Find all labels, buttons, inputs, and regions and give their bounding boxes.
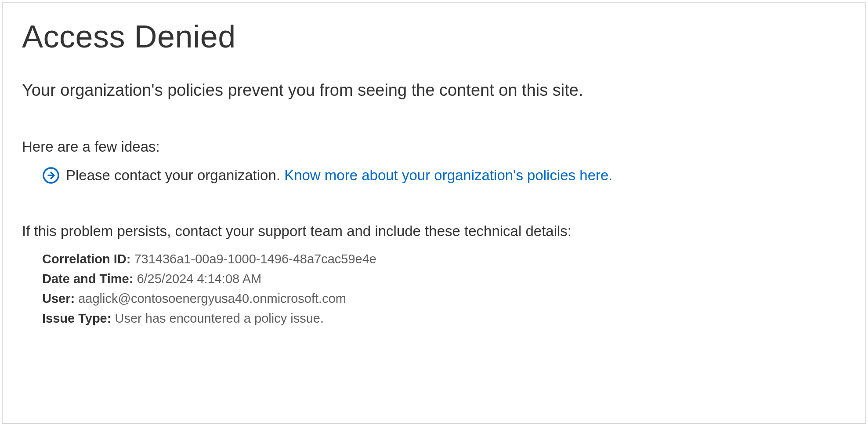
idea-row: Please contact your organization. Know m… bbox=[22, 167, 846, 184]
technical-details: Correlation ID: 731436a1-00a9-1000-1496-… bbox=[22, 249, 846, 328]
correlation-id-value: 731436a1-00a9-1000-1496-48a7cac59e4e bbox=[134, 252, 376, 266]
user-value: aaglick@contosoenergyusa40.onmicrosoft.c… bbox=[78, 291, 346, 306]
arrow-right-circle-icon bbox=[42, 167, 60, 184]
datetime-value: 6/25/2024 4:14:08 AM bbox=[137, 272, 261, 286]
datetime-row: Date and Time: 6/25/2024 4:14:08 AM bbox=[42, 269, 846, 289]
user-row: User: aaglick@contosoenergyusa40.onmicro… bbox=[42, 289, 846, 309]
issue-type-value: User has encountered a policy issue. bbox=[115, 311, 324, 325]
access-denied-panel: Access Denied Your organization's polici… bbox=[2, 2, 866, 424]
page-title: Access Denied bbox=[22, 18, 846, 55]
idea-text: Please contact your organization. bbox=[66, 167, 284, 183]
support-instructions: If this problem persists, contact your s… bbox=[22, 223, 846, 240]
issue-type-label: Issue Type: bbox=[42, 311, 115, 325]
correlation-id-label: Correlation ID: bbox=[42, 252, 134, 266]
datetime-label: Date and Time: bbox=[42, 272, 137, 286]
org-policies-link[interactable]: Know more about your organization's poli… bbox=[284, 167, 612, 183]
policy-message: Your organization's policies prevent you… bbox=[22, 79, 846, 102]
correlation-id-row: Correlation ID: 731436a1-00a9-1000-1496-… bbox=[42, 249, 846, 269]
ideas-heading: Here are a few ideas: bbox=[22, 138, 846, 155]
user-label: User: bbox=[42, 291, 78, 306]
issue-type-row: Issue Type: User has encountered a polic… bbox=[42, 309, 846, 328]
